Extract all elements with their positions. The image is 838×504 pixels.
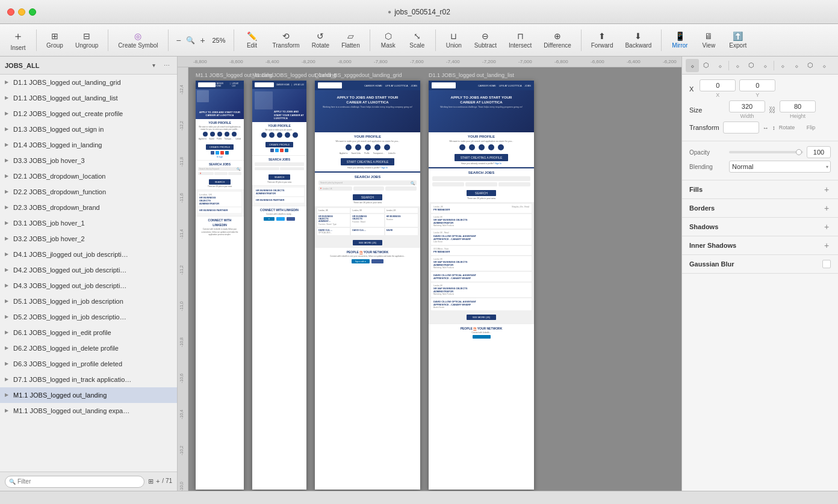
sidebar-item-D3.1[interactable]: ▶ D3.1 JOBS_job hover_1 — [0, 215, 177, 231]
borders-add-btn[interactable]: + — [822, 204, 831, 212]
minimize-button[interactable] — [18, 8, 25, 16]
distribute-h-icon[interactable]: ⬦ — [776, 59, 789, 72]
filter-search-box[interactable]: 🔍 — [5, 476, 144, 488]
spacing-icon[interactable]: ⬡ — [804, 59, 817, 72]
main-layout: JOBS_ALL ▾ ⋯ ▶ D1.1 JOBS_logged out_land… — [0, 57, 838, 491]
sidebar-item-D2.2[interactable]: ▶ D2.2 JOBS_dropdown_function — [0, 184, 177, 200]
traffic-lights — [7, 8, 36, 16]
flatten-button[interactable]: ▱ Flatten — [337, 29, 365, 51]
inner-shadows-add-btn[interactable]: + — [822, 241, 831, 250]
inner-shadows-header[interactable]: Inner Shadows + — [682, 236, 838, 254]
group-button[interactable]: ⊞ Group — [42, 29, 68, 51]
export-button[interactable]: ⬆️ Export — [724, 29, 751, 51]
backward-button[interactable]: ⬇ Backward — [620, 29, 656, 51]
intersect-button[interactable]: ⊓ Intersect — [504, 29, 536, 51]
sidebar-item-D4.3[interactable]: ▶ D4.3 JOBS_logged out_job descripti… — [0, 278, 177, 293]
mirror-icon: 📱 — [675, 31, 685, 41]
artboard-3-content: CAREER HOME LIFE AT LUXOTTICA JOBS APPLY… — [315, 81, 420, 490]
sidebar-item-D6.3[interactable]: ▶ D6.3 JOBS_logged in_profile deleted — [0, 356, 177, 372]
sidebar-item-D6.2[interactable]: ▶ D6.2 JOBS_logged in_delete profile — [0, 340, 177, 356]
y-input[interactable] — [739, 79, 775, 91]
align-right-icon[interactable]: ⬦ — [713, 59, 727, 72]
view-button[interactable]: 🖥 View — [695, 29, 722, 51]
sidebar-item-D5.2[interactable]: ▶ D5.2 JOBS_logged in_job descriptio… — [0, 309, 177, 325]
subtract-button[interactable]: ⊖ Subtract — [470, 29, 501, 51]
distribute-v-icon[interactable]: ⬦ — [790, 59, 803, 72]
insert-button[interactable]: ＋ Insert — [5, 26, 31, 54]
filter-input[interactable] — [17, 478, 140, 485]
sidebar-item-M1.1-landing[interactable]: ▶ M1.1 JOBS_logged out_landing — [0, 387, 177, 403]
canvas-content[interactable]: M1.1 JOBS_logged out_landing CAREER HOME… — [188, 67, 681, 491]
height-input[interactable] — [780, 100, 816, 112]
zoom-minus-button[interactable]: − — [173, 35, 184, 46]
svg-text:-7,600: -7,600 — [410, 59, 424, 64]
zoom-search-icon[interactable]: 🔍 — [185, 35, 196, 46]
height-input-group: Height — [780, 100, 816, 119]
sidebar-item-D4.1[interactable]: ▶ D4.1 JOBS_jlogged out_job descripti… — [0, 247, 177, 262]
add-layer-icon[interactable]: + — [156, 478, 160, 485]
scale-button[interactable]: ⤡ Scale — [404, 29, 430, 51]
align-top-icon[interactable]: ⬦ — [731, 59, 744, 72]
opacity-slider[interactable] — [729, 151, 803, 153]
sidebar-item-D3.3[interactable]: ▶ D3.3 JOBS_job hover_3 — [0, 153, 177, 168]
fills-header[interactable]: Fills + — [682, 180, 838, 198]
mirror-button[interactable]: 📱 Mirror — [666, 29, 693, 51]
opacity-input[interactable] — [807, 146, 831, 158]
sidebar-item-D1.1-list[interactable]: ▶ D1.1 JOBS_logged out_landing_list — [0, 90, 177, 106]
flip-h-icon[interactable]: ↔ — [763, 124, 769, 131]
right-panel: ⬦ ⬡ ⬦ ⬦ ⬡ ⬦ ⬦ ⬦ ⬡ ⬦ X X — [681, 57, 838, 491]
width-input[interactable] — [729, 100, 765, 112]
sidebar-item-M1.1-landing-exp[interactable]: ▶ M1.1 JOBS_logged out_landing expa… — [0, 403, 177, 419]
zoom-plus-button[interactable]: + — [197, 35, 208, 46]
shadows-add-btn[interactable]: + — [822, 223, 831, 231]
sidebar-item-D5.1[interactable]: ▶ D5.1 JOBS_logged in_job description — [0, 293, 177, 309]
sidebar-item-D3.2[interactable]: ▶ D3.2 JOBS_job hover_2 — [0, 231, 177, 247]
rotate-button[interactable]: ↺ Rotate — [307, 29, 334, 51]
layers-icon[interactable]: ⊞ — [148, 478, 154, 485]
difference-button[interactable]: ⊕ Difference — [539, 29, 576, 51]
gaussian-blur-header[interactable]: Gaussian Blur — [682, 255, 838, 273]
align-left-icon[interactable]: ⬦ — [686, 59, 699, 72]
fills-add-btn[interactable]: + — [822, 185, 831, 194]
fills-title: Fills — [689, 186, 822, 193]
close-button[interactable] — [7, 8, 14, 16]
align-center-v-icon[interactable]: ⬡ — [745, 59, 758, 72]
sidebar-item-D2.1[interactable]: ▶ D2.1 JOBS_dropdown_location — [0, 168, 177, 184]
sidebar-item-D7.1[interactable]: ▶ D7.1 JOBS_logged in_track applicatio… — [0, 372, 177, 387]
x-input[interactable] — [700, 79, 736, 91]
chain-icon[interactable]: ⛓ — [769, 106, 776, 114]
sidebar-item-D1.2[interactable]: ▶ D1.2 JOBS_logged out_create profile — [0, 106, 177, 121]
sidebar-item-D6.1[interactable]: ▶ D6.1 JOBS_logged in_edit profile — [0, 325, 177, 340]
create-symbol-button[interactable]: ◎ Create Symbol — [113, 29, 163, 51]
sidebar-collapse-btn[interactable]: ▾ — [148, 60, 159, 71]
sidebar-item-D4.2[interactable]: ▶ D4.2 JOBS_logged out_job descripti… — [0, 262, 177, 278]
edit-button[interactable]: ✏️ Edit — [239, 29, 265, 51]
gaussian-blur-checkbox[interactable] — [822, 260, 831, 268]
ungroup-button[interactable]: ⊟ Ungroup — [70, 29, 103, 51]
y-input-group: Y — [739, 79, 775, 98]
sidebar-arrow: ▶ — [5, 220, 11, 226]
transform-button[interactable]: ⟲ Transform — [268, 29, 305, 51]
align-center-h-icon[interactable]: ⬡ — [700, 59, 713, 72]
forward-button[interactable]: ⬆ Forward — [586, 29, 618, 51]
maximize-button[interactable] — [29, 8, 36, 16]
rotate-input[interactable] — [723, 121, 759, 134]
svg-text:-7,200: -7,200 — [482, 59, 496, 64]
align-bottom-icon[interactable]: ⬦ — [759, 59, 772, 72]
borders-header[interactable]: Borders + — [682, 199, 838, 217]
tidy-up-icon[interactable]: ⬦ — [818, 59, 831, 72]
sidebar-menu-btn[interactable]: ⋯ — [161, 60, 172, 71]
blending-select[interactable]: Normal Darken Multiply Screen Overlay — [729, 161, 831, 173]
shadows-header[interactable]: Shadows + — [682, 218, 838, 236]
canvas-area[interactable]: -8,800 -8,600 -8,400 -8,200 -8,000 -7,80… — [178, 57, 681, 491]
sidebar-item-D1.1-grid[interactable]: ▶ D1.1 JOBS_logged out_landing_grid — [0, 75, 177, 90]
sidebar-item-D1.3[interactable]: ▶ D1.3 JOBS_logged out_sign in — [0, 121, 177, 137]
mask-button[interactable]: ⬡ Mask — [375, 29, 402, 51]
sidebar-item-D2.3[interactable]: ▶ D2.3 JOBS_dropdown_brand — [0, 200, 177, 215]
layer-count: / 71 — [162, 478, 172, 485]
flip-v-icon[interactable]: ↕ — [772, 124, 775, 131]
opacity-thumb[interactable] — [796, 149, 802, 155]
sidebar-item-D1.4[interactable]: ▶ D1.4 JOBS_logged in_landing — [0, 137, 177, 153]
union-button[interactable]: ⊔ Union — [441, 29, 467, 51]
toolbar-divider-4 — [234, 29, 234, 51]
